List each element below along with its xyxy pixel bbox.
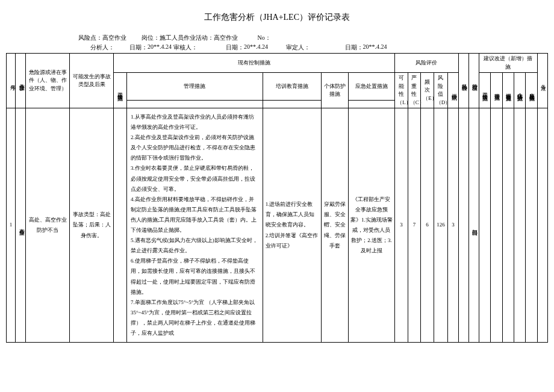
th-risk-level: 风险分级 bbox=[458, 54, 468, 108]
cell-ppe: 穿戴劳保服、安全帽、安全绳、劳保手套 bbox=[321, 108, 348, 343]
cell-eng bbox=[114, 108, 127, 343]
analyst-label: 分析人： bbox=[90, 43, 114, 52]
meta-row-2: 分析人： 日期： 20**.4.24 审核人： 日期： 20**.4.24 审定… bbox=[6, 43, 548, 52]
date-label-2: 日期： bbox=[226, 43, 244, 52]
th-mgmt: 管理措施 bbox=[126, 73, 263, 101]
cell-mgmt: 1.从事高处作业及登高架设作业的人员必须持有潍坊港华颁发的高处作业许可证。2.高… bbox=[126, 108, 263, 343]
cell-D: 126 bbox=[434, 108, 448, 343]
date2: 20**.4.24 bbox=[244, 43, 268, 52]
cell-s-train bbox=[502, 108, 514, 343]
date3: 20**.4.24 bbox=[363, 43, 387, 52]
th-step: 作业步骤 bbox=[16, 54, 26, 108]
post-label: 岗位： bbox=[142, 34, 160, 42]
th-accident: 可能发生的事故类型及后果 bbox=[70, 54, 114, 108]
cell-L: 3 bbox=[395, 108, 408, 343]
approver-label: 审定人： bbox=[286, 43, 310, 52]
th-ctrl-level: 管控层级 bbox=[468, 54, 479, 108]
th-training: 培训教育措施 bbox=[263, 73, 321, 101]
cell-s-eng bbox=[479, 108, 490, 343]
th-seq: 序号 bbox=[7, 54, 16, 108]
th-suggest: 建议改进（新增）措施 bbox=[479, 54, 537, 73]
auditor-label: 审核人： bbox=[173, 43, 198, 52]
th-emergency: 应急处置措施 bbox=[348, 73, 394, 101]
th-s-mgmt: 管理措施 bbox=[491, 73, 502, 108]
th-D: 风险值（D） bbox=[434, 73, 448, 108]
risk-point-label: 风险点： bbox=[78, 34, 102, 42]
cell-remark bbox=[537, 108, 547, 343]
risk-point: 高空作业 bbox=[102, 34, 126, 42]
th-hazard: 危险源或潜在事件（人、物、作业环境、管理） bbox=[26, 54, 70, 108]
cell-level: 3 bbox=[448, 108, 458, 343]
th-C: 严重性（C） bbox=[408, 73, 421, 108]
cell-s-ppe bbox=[514, 108, 525, 343]
page-title: 工作危害分析（JHA+LEC）评价记录表 bbox=[6, 12, 548, 23]
th-remark: 备注 bbox=[537, 54, 547, 108]
th-s-train: 培训教育措施 bbox=[502, 73, 514, 108]
cell-risk-level bbox=[458, 108, 468, 343]
cell-step: 高空作业 bbox=[16, 108, 26, 343]
post: 施工人员作业活动： bbox=[160, 34, 214, 42]
cell-hazard: 高处、高空作业防护不当 bbox=[26, 108, 70, 343]
cell-E: 6 bbox=[421, 108, 434, 343]
cell-s-mgmt bbox=[491, 108, 502, 343]
cell-accident: 事故类型：高处坠落；后果：人身伤害。 bbox=[70, 108, 114, 343]
meta-row-1: 风险点： 高空作业 岗位： 施工人员作业活动： 高空作业 No： bbox=[6, 34, 548, 42]
th-eng: 工程技术措施 bbox=[114, 73, 127, 108]
cell-seq: 1 bbox=[7, 108, 16, 343]
date-label-1: 日期： bbox=[129, 43, 148, 52]
no-label: No： bbox=[258, 34, 271, 42]
th-existing: 现有控制措施 bbox=[114, 54, 395, 73]
cell-training: 1.进场前进行安全教育，确保施工人员知晓安全教育内容。2.培训并签署《高空作业许… bbox=[263, 108, 321, 343]
th-L: 可能性（L） bbox=[395, 73, 408, 108]
table-row: 1 高空作业 高处、高空作业防护不当 事故类型：高处坠落；后果：人身伤害。 1.… bbox=[7, 108, 548, 343]
th-risk-eval: 风险评价 bbox=[395, 54, 458, 73]
date1: 20**.4.24 bbox=[148, 43, 172, 52]
date-label-3: 日期： bbox=[345, 43, 363, 52]
th-s-ppe: 个体防护措施 bbox=[514, 73, 525, 108]
cell-s-emerg bbox=[526, 108, 537, 343]
th-mgmt-2 bbox=[126, 101, 263, 108]
th-ppe: 个体防护措施 bbox=[321, 73, 348, 108]
activity: 高空作业 bbox=[214, 34, 238, 42]
th-training-2 bbox=[263, 101, 321, 108]
cell-C: 7 bbox=[408, 108, 421, 343]
cell-emergency: 《工程部生产安全事故应急预案》1.实施现场警戒，对受伤人员救护；2.送医；3.及… bbox=[348, 108, 394, 343]
cell-ctrl-level: 部门级 bbox=[468, 108, 479, 343]
th-s-emerg: 应急处置措施 bbox=[526, 73, 537, 108]
jha-table: 序号 作业步骤 危险源或潜在事件（人、物、作业环境、管理） 可能发生的事故类型及… bbox=[6, 53, 548, 343]
th-s-eng: 工程技术措施 bbox=[479, 73, 490, 108]
th-emergency-2 bbox=[348, 101, 394, 108]
